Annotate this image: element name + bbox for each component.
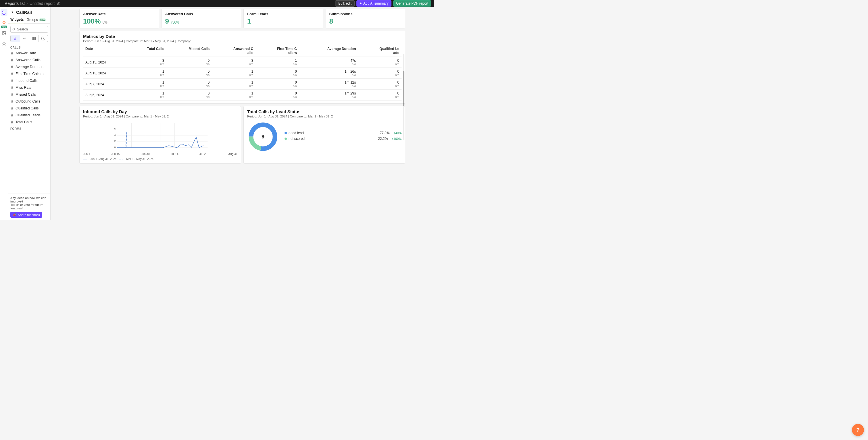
inbound-calls-card: Inbound Calls by Day Period: Jun 1 - Aug… (79, 106, 241, 164)
widget-item[interactable]: Total Calls (8, 119, 50, 126)
metrics-table: DateTotal CallsMissed CallsAnswered Call… (83, 45, 402, 101)
svg-point-1 (3, 32, 4, 33)
rail-tools-icon[interactable] (1, 40, 7, 47)
type-table[interactable] (29, 35, 39, 42)
type-pie[interactable] (39, 35, 48, 42)
nav-rail: new (0, 7, 8, 220)
search-icon (12, 28, 16, 31)
svg-text:2: 2 (114, 140, 116, 142)
widget-item[interactable]: Inbound Calls (8, 77, 50, 84)
inbound-chart: 0246 (83, 120, 238, 152)
megaphone-icon: 📣 (13, 213, 17, 216)
widget-item[interactable]: Outbound Calls (8, 98, 50, 105)
side-panel: CallRail Widgets Groupsnew CALLS Answer … (8, 7, 51, 220)
report-title[interactable]: Untitled report (30, 1, 55, 6)
rail-image-icon[interactable] (1, 30, 7, 37)
leadstatus-period: Period: Jun 1 - Aug 31, 2024 | Compare t… (247, 114, 402, 118)
rail-integration-icon[interactable]: new (1, 20, 7, 26)
legend-dash-icon (119, 159, 123, 159)
integration-title: CallRail (16, 10, 32, 15)
widget-item[interactable]: Answered Calls (8, 57, 50, 64)
svg-text:6: 6 (114, 127, 116, 130)
sparkle-icon: ✦ (359, 1, 362, 5)
kpi-card[interactable]: Answer Rate100%0% (79, 9, 159, 28)
kpi-card[interactable]: Answered Calls9↑50% (161, 9, 242, 28)
metrics-period: Period: Jun 1 - Aug 31, 2024 | Compare t… (83, 39, 402, 43)
legend-row: good lead77.8%↑40% (284, 131, 402, 135)
reports-list-link[interactable]: Reports list (5, 1, 25, 6)
report-canvas[interactable]: Answer Rate100%0%Answered Calls9↑50%Form… (51, 7, 434, 220)
legend-solid-icon (83, 159, 87, 159)
widget-type-toggle (10, 35, 48, 42)
edit-icon[interactable] (57, 1, 60, 6)
svg-rect-3 (32, 37, 36, 40)
feedback-box: Any ideas on how we can improve? Tell us… (8, 194, 50, 220)
leadstatus-title: Total Calls by Lead Status (247, 109, 402, 114)
section-forms: FORMS (8, 126, 50, 131)
tab-groups[interactable]: Groupsnew (27, 16, 46, 23)
widget-item[interactable]: Missed Calls (8, 91, 50, 98)
inbound-title: Inbound Calls by Day (83, 109, 238, 114)
table-row[interactable]: Aug 7, 20241n/a0n/a1n/a0n/a1m 12sn/a0n/a (83, 79, 402, 90)
type-line[interactable] (20, 35, 30, 42)
add-ai-summary-button[interactable]: ✦Add AI summary (356, 0, 392, 7)
kpi-card[interactable]: Submissions8 (326, 9, 406, 28)
metrics-title: Metrics by Date (83, 34, 402, 39)
table-row[interactable]: Aug 6, 20241n/a0n/a1n/a0n/a1m 29sn/a0n/a (83, 90, 402, 101)
svg-text:0: 0 (114, 146, 116, 149)
generate-pdf-button[interactable]: Generate PDF report (393, 0, 431, 7)
section-calls: CALLS (8, 44, 50, 50)
table-row[interactable]: Aug 13, 20241n/a0n/a1n/a0n/a1m 26sn/a0n/… (83, 68, 402, 79)
inbound-period: Period: Jun 1 - Aug 31, 2024 | Compare t… (83, 114, 238, 118)
scrollbar[interactable] (403, 54, 404, 140)
widget-item[interactable]: Average Duration (8, 64, 50, 70)
rail-chart-icon[interactable] (1, 9, 7, 16)
donut-center-value: 9 (247, 121, 279, 153)
tab-widgets[interactable]: Widgets (10, 16, 24, 23)
widget-item[interactable]: Qualified Calls (8, 105, 50, 112)
svg-text:4: 4 (114, 134, 116, 136)
topbar: Reports list › Untitled report Bulk edit… (0, 0, 434, 7)
widget-item[interactable]: Answer Rate (8, 50, 50, 57)
lead-status-card: Total Calls by Lead Status Period: Jun 1… (243, 106, 405, 164)
widget-item[interactable]: Qualified Leads (8, 112, 50, 119)
svg-point-2 (13, 28, 15, 30)
chevron-right-icon: › (26, 1, 28, 6)
widget-item[interactable]: Miss Rate (8, 84, 50, 91)
widget-item[interactable]: First Time Callers (8, 70, 50, 77)
type-number[interactable] (11, 35, 20, 42)
legend-row: not scored22.2%↑100% (284, 137, 402, 141)
share-feedback-button[interactable]: 📣Share feedback (10, 212, 42, 218)
kpi-card[interactable]: Form Leads1 (243, 9, 323, 28)
search-input[interactable] (10, 26, 48, 33)
metrics-by-date-card: Metrics by Date Period: Jun 1 - Aug 31, … (79, 31, 405, 104)
back-icon[interactable] (10, 10, 14, 15)
table-row[interactable]: Aug 15, 20243n/a0n/a3n/a1n/a47sn/a0n/a (83, 57, 402, 68)
bulk-edit-button[interactable]: Bulk edit (335, 0, 355, 7)
donut-chart: 9 (247, 121, 279, 153)
